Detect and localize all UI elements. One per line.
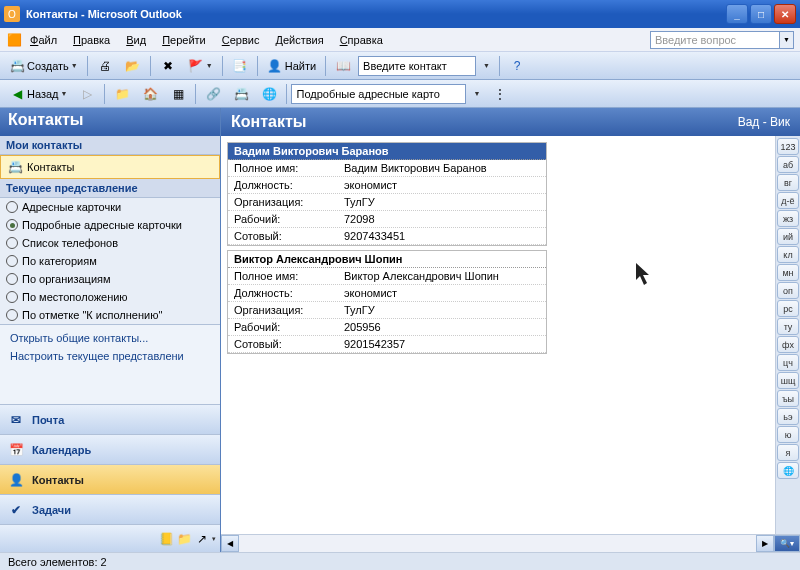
view-option[interactable]: По организациям bbox=[0, 270, 220, 288]
menu-goto[interactable]: Перейти bbox=[154, 32, 214, 48]
alpha-button[interactable]: д-ё bbox=[777, 192, 799, 209]
customize-view-link[interactable]: Настроить текущее представлени bbox=[0, 347, 220, 365]
contact-search-go[interactable]: ▼ bbox=[478, 55, 495, 77]
contact-card[interactable]: Вадим Викторович Баранов Полное имя:Вади… bbox=[227, 142, 547, 246]
tool-c-button[interactable]: 🌐 bbox=[256, 83, 282, 105]
nav-button-Задачи[interactable]: ✔Задачи bbox=[0, 494, 220, 524]
new-button[interactable]: 📇Создать▼ bbox=[4, 55, 83, 77]
alpha-button[interactable]: вг bbox=[777, 174, 799, 191]
alpha-button[interactable]: ю bbox=[777, 426, 799, 443]
nav-icon: ✔ bbox=[8, 502, 24, 518]
view-option[interactable]: Подробные адресные карточки bbox=[0, 216, 220, 234]
contact-search-input[interactable] bbox=[358, 56, 476, 76]
outlook-today-button[interactable]: 🏠 bbox=[137, 83, 163, 105]
contact-card[interactable]: Виктор Александрович Шопин Полное имя:Ви… bbox=[227, 250, 547, 354]
alpha-button[interactable]: фх bbox=[777, 336, 799, 353]
menu-file[interactable]: Файл bbox=[22, 32, 65, 48]
configure-buttons[interactable]: ▾ bbox=[212, 535, 216, 543]
shortcuts-icon[interactable]: ↗ bbox=[194, 531, 210, 547]
field-label: Полное имя: bbox=[228, 160, 338, 176]
menu-tools[interactable]: Сервис bbox=[214, 32, 268, 48]
alpha-button[interactable]: ий bbox=[777, 228, 799, 245]
globe-icon: 🌐 bbox=[261, 86, 277, 102]
folder-contacts[interactable]: 📇Контакты bbox=[0, 155, 220, 179]
alpha-button[interactable]: рс bbox=[777, 300, 799, 317]
alpha-button[interactable]: цч bbox=[777, 354, 799, 371]
alpha-button[interactable]: я bbox=[777, 444, 799, 461]
view-option[interactable]: По отметке "К исполнению" bbox=[0, 306, 220, 324]
card-area[interactable]: Вадим Викторович Баранов Полное имя:Вади… bbox=[221, 136, 775, 534]
alpha-button[interactable]: ту bbox=[777, 318, 799, 335]
print-button[interactable]: 🖨 bbox=[92, 55, 118, 77]
view-option[interactable]: Адресные карточки bbox=[0, 198, 220, 216]
alpha-button[interactable]: жз bbox=[777, 210, 799, 227]
view-option[interactable]: Список телефонов bbox=[0, 234, 220, 252]
minimize-button[interactable]: _ bbox=[726, 4, 748, 24]
forward-button[interactable]: ▷ bbox=[74, 83, 100, 105]
pane-icon: ▦ bbox=[170, 86, 186, 102]
customize-button[interactable]: ⋮ bbox=[487, 83, 513, 105]
radio-icon bbox=[6, 219, 18, 231]
field-value: 72098 bbox=[338, 211, 546, 227]
menu-actions[interactable]: Действия bbox=[267, 32, 331, 48]
view-combo[interactable] bbox=[291, 84, 466, 104]
notes-icon[interactable]: 📒 bbox=[158, 531, 174, 547]
help-search-input[interactable] bbox=[650, 31, 780, 49]
field-label: Сотовый: bbox=[228, 336, 338, 352]
find-button[interactable]: 👤Найти bbox=[262, 55, 321, 77]
forward-icon: ▷ bbox=[79, 86, 95, 102]
alpha-button[interactable]: мн bbox=[777, 264, 799, 281]
menu-help[interactable]: Справка bbox=[332, 32, 391, 48]
open-shared-contacts-link[interactable]: Открыть общие контакты... bbox=[0, 329, 220, 347]
tool-a-button[interactable]: 🔗 bbox=[200, 83, 226, 105]
find-label: Найти bbox=[285, 60, 316, 72]
up-button[interactable]: 📁 bbox=[109, 83, 135, 105]
alpha-button[interactable]: оп bbox=[777, 282, 799, 299]
close-button[interactable]: ✕ bbox=[774, 4, 796, 24]
back-button[interactable]: ◀Назад▼ bbox=[4, 83, 72, 105]
alpha-button[interactable]: кл bbox=[777, 246, 799, 263]
alpha-button[interactable]: ьэ bbox=[777, 408, 799, 425]
menu-edit[interactable]: Правка bbox=[65, 32, 118, 48]
nav-button-Календарь[interactable]: 📅Календарь bbox=[0, 434, 220, 464]
field-label: Сотовый: bbox=[228, 228, 338, 244]
help-search: ▼ bbox=[650, 31, 794, 49]
alpha-button[interactable]: 123 bbox=[777, 138, 799, 155]
folder-icon[interactable]: 📁 bbox=[176, 531, 192, 547]
reply-button[interactable]: 🚩▼ bbox=[183, 55, 218, 77]
flag-icon: 🚩 bbox=[188, 58, 204, 74]
view-option[interactable]: По категориям bbox=[0, 252, 220, 270]
zoom-button[interactable]: 🔍▾ bbox=[774, 535, 800, 552]
move-button[interactable]: 📂 bbox=[120, 55, 146, 77]
addressbook-button[interactable]: 📖 bbox=[330, 55, 356, 77]
contacts-folder-icon: 📇 bbox=[7, 159, 23, 175]
help-button[interactable]: ? bbox=[504, 55, 530, 77]
chevron-down-icon: ▼ bbox=[71, 62, 78, 69]
scroll-right-button[interactable]: ▶ bbox=[756, 535, 774, 552]
nav-button-Контакты[interactable]: 👤Контакты bbox=[0, 464, 220, 494]
print-icon: 🖨 bbox=[97, 58, 113, 74]
delete-button[interactable]: ✖ bbox=[155, 55, 181, 77]
reading-pane-button[interactable]: ▦ bbox=[165, 83, 191, 105]
alpha-button[interactable]: 🌐 bbox=[777, 462, 799, 479]
field-value: 9201542357 bbox=[338, 336, 546, 352]
alpha-button[interactable]: ъы bbox=[777, 390, 799, 407]
scroll-left-button[interactable]: ◀ bbox=[221, 535, 239, 552]
category-button[interactable]: 📑 bbox=[227, 55, 253, 77]
menu-view[interactable]: Вид bbox=[118, 32, 154, 48]
new-label: Создать bbox=[27, 60, 69, 72]
help-icon: ? bbox=[509, 58, 525, 74]
alpha-button[interactable]: аб bbox=[777, 156, 799, 173]
tool-b-button[interactable]: 📇 bbox=[228, 83, 254, 105]
view-option[interactable]: По местоположению bbox=[0, 288, 220, 306]
horizontal-scrollbar[interactable]: ◀ ▶ 🔍▾ bbox=[221, 534, 800, 552]
nav-button-Почта[interactable]: ✉Почта bbox=[0, 404, 220, 434]
help-search-dropdown[interactable]: ▼ bbox=[780, 31, 794, 49]
field-label: Рабочий: bbox=[228, 319, 338, 335]
maximize-button[interactable]: □ bbox=[750, 4, 772, 24]
view-combo-dd[interactable]: ▼ bbox=[468, 83, 485, 105]
radio-icon bbox=[6, 237, 18, 249]
status-text: Всего элементов: 2 bbox=[8, 556, 107, 568]
alpha-button[interactable]: шщ bbox=[777, 372, 799, 389]
radio-icon bbox=[6, 309, 18, 321]
